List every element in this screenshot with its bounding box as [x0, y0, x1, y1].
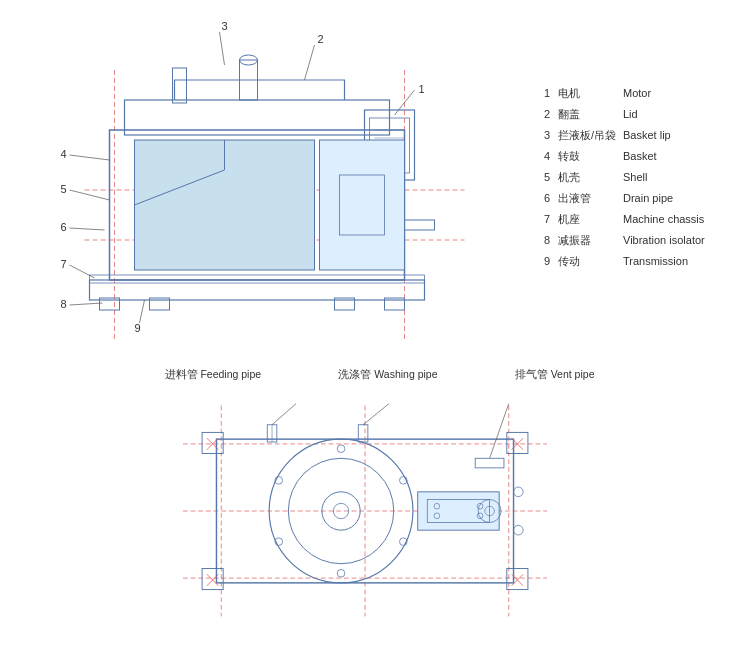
legend-num: 1	[544, 87, 558, 99]
svg-point-82	[337, 445, 345, 453]
svg-rect-26	[320, 140, 405, 270]
legend-item: 7机座Machine chassis	[544, 212, 714, 227]
legend-en: Basket lip	[623, 129, 671, 141]
bottom-diagram-wrapper: 进料管 Feeding pipe 洗涤管 Washing pipe 排气管 Ve…	[0, 360, 729, 636]
legend: 1电机Motor2翻盖Lid3拦液板/吊袋Basket lip4转鼓Basket…	[529, 0, 729, 360]
legend-item: 2翻盖Lid	[544, 107, 714, 122]
legend-cn: 机座	[558, 212, 623, 227]
legend-cn: 转鼓	[558, 149, 623, 164]
svg-rect-18	[90, 275, 425, 283]
main-container: 1 2 3 4 5 6 7 8	[0, 0, 729, 648]
svg-text:4: 4	[61, 148, 67, 160]
svg-point-90	[513, 487, 523, 497]
legend-num: 7	[544, 213, 558, 225]
legend-cn: 传动	[558, 254, 623, 269]
top-section: 1 2 3 4 5 6 7 8	[0, 0, 729, 360]
legend-num: 6	[544, 192, 558, 204]
legend-cn: 减振器	[558, 233, 623, 248]
svg-point-83	[337, 569, 345, 577]
svg-rect-80	[475, 458, 504, 468]
svg-rect-54	[506, 432, 527, 453]
legend-en: Machine chassis	[623, 213, 704, 225]
legend-item: 6出液管Drain pipe	[544, 191, 714, 206]
svg-line-42	[70, 303, 103, 305]
label-feeding-pipe: 进料管 Feeding pipe	[165, 368, 262, 382]
legend-item: 5机壳Shell	[544, 170, 714, 185]
svg-text:3: 3	[222, 20, 228, 32]
svg-text:1: 1	[419, 83, 425, 95]
legend-en: Transmission	[623, 255, 688, 267]
legend-en: Motor	[623, 87, 651, 99]
legend-item: 9传动Transmission	[544, 254, 714, 269]
svg-text:9: 9	[135, 322, 141, 334]
svg-line-32	[220, 32, 225, 65]
svg-text:8: 8	[61, 298, 67, 310]
legend-num: 4	[544, 150, 558, 162]
svg-line-36	[70, 190, 110, 200]
svg-line-81	[489, 404, 508, 459]
bottom-labels-row: 进料管 Feeding pipe 洗涤管 Washing pipe 排气管 Ve…	[135, 364, 595, 386]
top-view-svg	[135, 386, 595, 636]
legend-cn: 翻盖	[558, 107, 623, 122]
svg-text:5: 5	[61, 183, 67, 195]
legend-en: Basket	[623, 150, 657, 162]
svg-line-38	[70, 228, 105, 230]
legend-num: 5	[544, 171, 558, 183]
legend-cn: 电机	[558, 86, 623, 101]
svg-text:7: 7	[61, 258, 67, 270]
legend-item: 4转鼓Basket	[544, 149, 714, 164]
legend-cn: 拦液板/吊袋	[558, 128, 623, 143]
svg-line-79	[363, 404, 389, 425]
legend-item: 3拦液板/吊袋Basket lip	[544, 128, 714, 143]
svg-line-44	[140, 300, 145, 323]
svg-rect-56	[506, 569, 527, 590]
svg-rect-55	[202, 569, 223, 590]
legend-num: 3	[544, 129, 558, 141]
svg-line-40	[70, 265, 95, 278]
label-vent-pipe: 排气管 Vent pipe	[515, 368, 595, 382]
legend-num: 2	[544, 108, 558, 120]
svg-line-77	[272, 404, 296, 425]
svg-rect-23	[405, 220, 435, 230]
side-view-svg: 1 2 3 4 5 6 7 8	[10, 10, 519, 350]
legend-cn: 机壳	[558, 170, 623, 185]
side-view-diagram: 1 2 3 4 5 6 7 8	[0, 0, 529, 360]
legend-item: 8减振器Vibration isolator	[544, 233, 714, 248]
svg-text:2: 2	[318, 33, 324, 45]
svg-line-34	[70, 155, 110, 160]
svg-rect-69	[417, 492, 498, 530]
legend-en: Drain pipe	[623, 192, 673, 204]
legend-en: Vibration isolator	[623, 234, 705, 246]
svg-text:6: 6	[61, 221, 67, 233]
svg-rect-53	[202, 432, 223, 453]
legend-num: 8	[544, 234, 558, 246]
legend-item: 1电机Motor	[544, 86, 714, 101]
legend-num: 9	[544, 255, 558, 267]
legend-en: Shell	[623, 171, 647, 183]
label-washing-pipe: 洗涤管 Washing pipe	[338, 368, 437, 382]
bottom-section: 进料管 Feeding pipe 洗涤管 Washing pipe 排气管 Ve…	[0, 360, 729, 648]
svg-line-30	[305, 45, 315, 80]
legend-en: Lid	[623, 108, 638, 120]
legend-cn: 出液管	[558, 191, 623, 206]
svg-point-91	[513, 525, 523, 535]
